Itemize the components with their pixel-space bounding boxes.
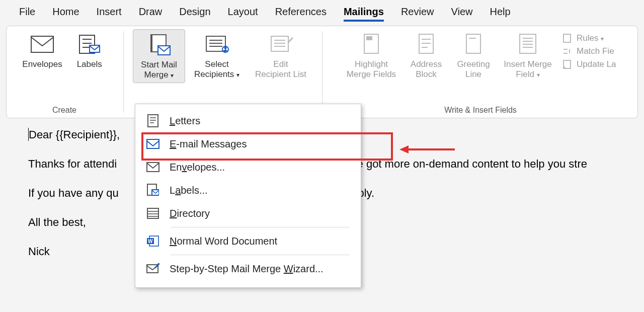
separator xyxy=(123,31,124,113)
labels-menu-icon xyxy=(146,184,159,197)
insert-merge-field-button: Insert MergeField xyxy=(498,29,557,82)
menu-item-wizard-label: Step-by-Step Mail Merge Wizard... xyxy=(170,263,324,275)
tab-view[interactable]: View xyxy=(451,6,473,22)
group-label-write: Write & Insert Fields xyxy=(444,106,517,115)
menu-item-labels[interactable]: Labels... xyxy=(135,179,361,202)
address-block-label: AddressBlock xyxy=(411,59,442,80)
update-labels-label: Update La xyxy=(577,59,616,69)
menu-item-letters-label: Letters xyxy=(170,115,200,127)
separator xyxy=(322,31,323,113)
labels-button[interactable]: Labels xyxy=(68,29,111,71)
tab-home[interactable]: Home xyxy=(52,6,79,22)
update-labels-button: Update La xyxy=(562,59,617,69)
word-doc-icon: W xyxy=(146,235,159,248)
envelope-menu-icon xyxy=(146,161,159,174)
svg-rect-20 xyxy=(366,36,372,40)
menu-separator xyxy=(171,255,350,255)
menu-separator xyxy=(171,227,350,227)
ribbon-group-create: Envelopes Labels Create xyxy=(7,26,122,118)
start-mail-merge-button[interactable]: Start MailMerge xyxy=(133,29,185,83)
tab-help[interactable]: Help xyxy=(490,6,511,22)
menu-item-letters[interactable]: Letters xyxy=(135,109,361,132)
match-fields-label: Match Fie xyxy=(577,46,614,56)
select-recipients-label: SelectRecipients xyxy=(194,59,239,80)
group-label-create: Create xyxy=(52,106,76,115)
rules-button: Rules xyxy=(562,33,617,43)
labels-label: Labels xyxy=(77,59,102,69)
svg-rect-0 xyxy=(31,36,53,52)
tab-references[interactable]: References xyxy=(275,6,327,22)
start-mail-merge-label: Start MailMerge xyxy=(141,60,177,81)
write-small-commands: Rules Match Fie Update La xyxy=(559,29,620,73)
svg-rect-42 xyxy=(147,208,158,218)
envelope-icon xyxy=(31,32,54,56)
svg-rect-38 xyxy=(147,139,159,148)
tab-layout[interactable]: Layout xyxy=(228,6,258,22)
envelopes-button[interactable]: Envelopes xyxy=(18,29,66,71)
greeting-icon xyxy=(465,32,482,56)
svg-text:W: W xyxy=(148,239,153,244)
ribbon-group-write: HighlightMerge Fields AddressBlock Greet… xyxy=(324,26,637,118)
select-recipients-button[interactable]: SelectRecipients xyxy=(187,29,247,82)
insert-merge-field-label: Insert MergeField xyxy=(504,59,551,80)
menu-item-labels-label: Labels... xyxy=(170,185,208,196)
tab-file[interactable]: File xyxy=(19,6,35,22)
address-block-icon xyxy=(418,32,435,56)
svg-rect-32 xyxy=(564,34,571,42)
highlight-label: HighlightMerge Fields xyxy=(347,59,396,80)
greeting-line-button: GreetingLine xyxy=(451,29,496,82)
email-icon xyxy=(146,137,159,150)
menu-item-normal-doc[interactable]: W Normal Word Document xyxy=(135,229,361,253)
svg-rect-25 xyxy=(466,34,480,53)
match-fields-button: Match Fie xyxy=(562,46,617,56)
menu-item-normal-label: Normal Word Document xyxy=(170,236,277,247)
menu-item-directory-label: Directory xyxy=(170,208,210,219)
tab-mailings[interactable]: Mailings xyxy=(344,6,384,22)
rules-icon xyxy=(562,33,573,43)
menu-item-wizard[interactable]: Step-by-Step Mail Merge Wizard... xyxy=(135,257,361,280)
greeting-line-label: GreetingLine xyxy=(457,59,490,80)
svg-rect-34 xyxy=(148,115,158,127)
letters-icon xyxy=(146,114,159,127)
edit-recipient-list-button: EditRecipient List xyxy=(249,29,313,82)
svg-point-14 xyxy=(224,47,227,49)
directory-icon xyxy=(146,207,159,220)
svg-rect-5 xyxy=(90,45,100,52)
svg-point-50 xyxy=(157,263,159,265)
rules-label: Rules xyxy=(577,33,604,43)
wizard-icon xyxy=(146,262,159,275)
menu-item-envelopes[interactable]: Envelopes... xyxy=(135,155,361,179)
recipients-icon xyxy=(204,32,229,56)
start-mail-merge-menu: Letters E-mail Messages Envelopes... Lab… xyxy=(135,104,361,288)
update-icon xyxy=(562,59,573,69)
address-block-button: AddressBlock xyxy=(404,29,449,82)
edit-recipient-list-label: EditRecipient List xyxy=(255,59,306,80)
svg-rect-41 xyxy=(152,190,159,195)
menu-item-directory[interactable]: Directory xyxy=(135,202,361,225)
labels-icon xyxy=(78,32,101,56)
edit-list-icon xyxy=(268,32,293,56)
tab-review[interactable]: Review xyxy=(401,6,434,22)
highlight-icon xyxy=(361,32,381,56)
menu-item-envelopes-label: Envelopes... xyxy=(170,162,225,173)
highlight-merge-fields-button: HighlightMerge Fields xyxy=(341,29,401,82)
tab-insert[interactable]: Insert xyxy=(97,6,122,22)
tab-design[interactable]: Design xyxy=(179,6,210,22)
insert-field-icon xyxy=(518,32,538,56)
match-icon xyxy=(562,46,573,56)
mail-merge-icon xyxy=(147,33,171,57)
menu-item-email-label: E-mail Messages xyxy=(170,138,247,150)
menu-item-email[interactable]: E-mail Messages xyxy=(135,132,361,155)
envelopes-label: Envelopes xyxy=(22,59,62,69)
ribbon-tabs: File Home Insert Draw Design Layout Refe… xyxy=(0,0,644,26)
tab-draw[interactable]: Draw xyxy=(139,6,163,22)
